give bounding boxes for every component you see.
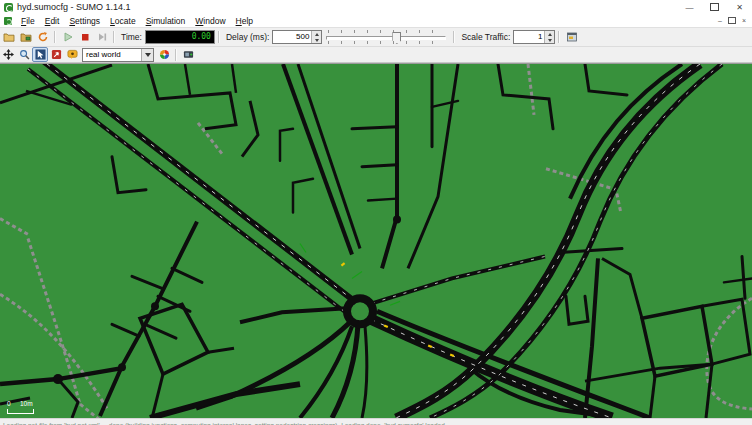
scale-traffic-spinbox[interactable]: 1 bbox=[513, 30, 555, 44]
open-network-button[interactable] bbox=[17, 29, 34, 46]
recenter-view-icon bbox=[3, 49, 14, 60]
magnifier-icon bbox=[19, 49, 30, 60]
reload-button[interactable] bbox=[34, 29, 51, 46]
stop-button[interactable] bbox=[76, 29, 93, 46]
mdi-restore-button[interactable] bbox=[728, 17, 736, 24]
viewport-button[interactable] bbox=[180, 47, 196, 62]
scale-traffic-value[interactable]: 1 bbox=[514, 31, 544, 43]
toolbar-separator bbox=[218, 31, 220, 43]
chevron-down-icon[interactable] bbox=[141, 49, 153, 61]
status-message: Loading net-file from 'hyd.net.xml' ... … bbox=[3, 422, 447, 425]
scale-spin-down-button[interactable] bbox=[545, 37, 554, 43]
slider-track[interactable] bbox=[326, 36, 446, 40]
time-display: 0.00 bbox=[145, 30, 215, 44]
time-label: Time: bbox=[118, 32, 145, 42]
map-scale-zero: 0 bbox=[7, 401, 11, 408]
map-svg[interactable] bbox=[0, 64, 752, 418]
app-icon bbox=[4, 3, 13, 12]
step-icon bbox=[96, 31, 108, 43]
minimize-button[interactable]: — bbox=[677, 0, 702, 14]
vehicle bbox=[341, 262, 346, 266]
open-in-netedit-button[interactable] bbox=[563, 29, 580, 46]
document-app-icon bbox=[4, 17, 12, 25]
track-object-icon bbox=[51, 49, 62, 60]
slider-ticks bbox=[328, 41, 444, 44]
zoom-style-button[interactable] bbox=[16, 47, 32, 62]
slider-ticks bbox=[328, 30, 444, 33]
track-object-button[interactable] bbox=[48, 47, 64, 62]
delay-slider[interactable] bbox=[326, 30, 446, 44]
reload-icon bbox=[37, 31, 49, 43]
pointer-tool-button[interactable] bbox=[32, 47, 48, 62]
delay-label: Delay (ms): bbox=[223, 32, 272, 42]
menu-locate[interactable]: Locate bbox=[105, 16, 141, 26]
open-config-icon bbox=[3, 31, 15, 43]
delay-value[interactable]: 500 bbox=[273, 31, 311, 43]
edit-coloring-button[interactable] bbox=[156, 47, 172, 62]
cursor-arrow-icon bbox=[35, 49, 46, 60]
coloring-scheme-select[interactable]: real world bbox=[82, 48, 154, 62]
toolbar-separator bbox=[558, 31, 560, 43]
mdi-minimize-button[interactable]: – bbox=[718, 17, 722, 24]
status-bar: Loading net-file from 'hyd.net.xml' ... … bbox=[0, 418, 752, 425]
menu-edit[interactable]: Edit bbox=[40, 16, 65, 26]
tooltip-icon bbox=[67, 49, 78, 60]
maximize-icon bbox=[710, 3, 719, 11]
menu-window[interactable]: Window bbox=[190, 16, 230, 26]
tooltip-toggle-button[interactable] bbox=[64, 47, 80, 62]
menu-help[interactable]: Help bbox=[231, 16, 258, 26]
menu-settings[interactable]: Settings bbox=[64, 16, 105, 26]
color-wheel-icon bbox=[159, 49, 170, 60]
scale-traffic-label: Scale Traffic: bbox=[458, 32, 513, 42]
window-title: hyd.sumocfg - SUMO 1.14.1 bbox=[17, 2, 131, 12]
map-canvas[interactable]: 0 10m bbox=[0, 63, 752, 418]
app-window-icon bbox=[566, 31, 578, 43]
delay-spinbox[interactable]: 500 bbox=[272, 30, 322, 44]
map-scale-bar bbox=[7, 409, 34, 414]
stop-icon bbox=[79, 31, 91, 43]
open-config-button[interactable] bbox=[0, 29, 17, 46]
map-scale-label: 10m bbox=[20, 401, 33, 408]
play-button[interactable] bbox=[59, 29, 76, 46]
step-button[interactable] bbox=[93, 29, 110, 46]
delay-spin-down-button[interactable] bbox=[312, 37, 321, 43]
toolbar-separator bbox=[113, 31, 115, 43]
menu-bar: File Edit Settings Locate Simulation Win… bbox=[0, 14, 752, 28]
close-button[interactable]: ✕ bbox=[727, 0, 752, 14]
maximize-button[interactable] bbox=[702, 0, 727, 14]
menu-file[interactable]: File bbox=[16, 16, 40, 26]
camera-icon bbox=[183, 49, 194, 60]
coloring-scheme-value[interactable]: real world bbox=[83, 49, 141, 61]
play-icon bbox=[62, 31, 74, 43]
view-toolbar: real world bbox=[0, 47, 752, 63]
mdi-close-button[interactable]: × bbox=[742, 17, 746, 24]
recenter-view-button[interactable] bbox=[0, 47, 16, 62]
menu-simulation[interactable]: Simulation bbox=[141, 16, 191, 26]
toolbar-separator bbox=[453, 31, 455, 43]
open-network-icon bbox=[20, 31, 32, 43]
title-bar: hyd.sumocfg - SUMO 1.14.1 — ✕ bbox=[0, 0, 752, 14]
toolbar-separator bbox=[54, 31, 56, 43]
toolbar-separator bbox=[175, 49, 177, 61]
main-toolbar: Time: 0.00 Delay (ms): 500 Scale Traffic… bbox=[0, 28, 752, 47]
